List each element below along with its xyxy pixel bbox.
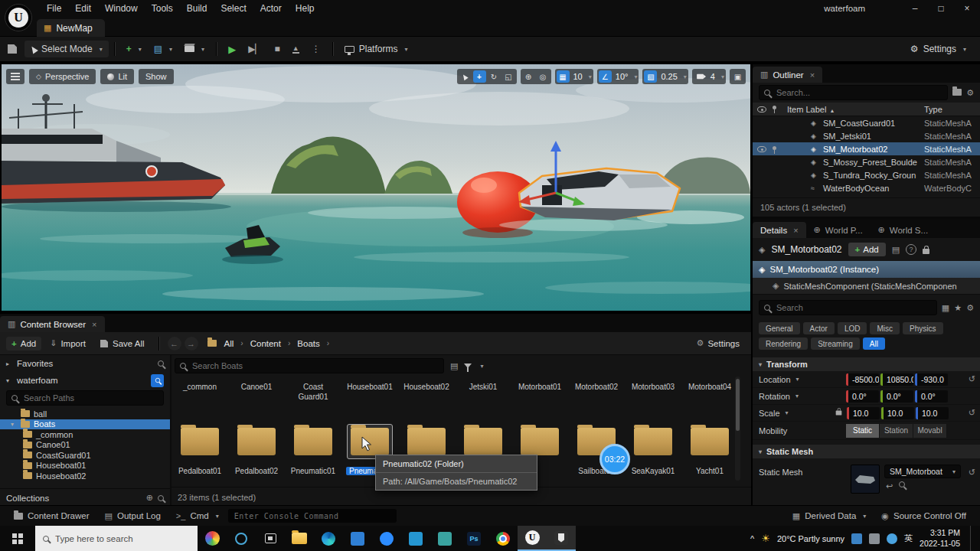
rotate-tool-icon[interactable]: ↻ <box>488 70 501 83</box>
folder-item[interactable]: SeaKayak01 <box>628 424 678 475</box>
location-y-field[interactable]: 10850.0 <box>880 373 913 386</box>
cb-save-all-button[interactable]: Save All <box>94 337 150 350</box>
tree-item-coastguard01[interactable]: CoastGuard01 <box>0 450 170 461</box>
output-log-button[interactable]: ▤ Output Log <box>99 509 167 523</box>
folder-item[interactable]: Houseboat01 <box>345 383 395 402</box>
save-search-icon[interactable]: ▤ <box>450 361 458 371</box>
zoom-icon[interactable] <box>372 526 401 551</box>
show-dropdown[interactable]: Show <box>139 69 174 84</box>
location-z-field[interactable]: -930.0 <box>915 373 948 386</box>
outliner-row[interactable]: ◈ S_Tundra_Rocky_Groun StaticMeshA <box>753 168 980 181</box>
close-icon[interactable]: × <box>793 226 798 235</box>
derived-data-dropdown[interactable]: ▦ Derived Data ▾ <box>786 509 873 523</box>
filter-physics[interactable]: Physics <box>903 322 942 334</box>
section-static-mesh[interactable]: ▾ Static Mesh <box>753 445 980 458</box>
outliner-row[interactable]: ≈ WaterBodyOcean WaterBodyC <box>753 181 980 194</box>
eye-icon[interactable] <box>757 146 766 152</box>
menu-edit[interactable]: Edit <box>68 0 98 17</box>
scale-lock-icon[interactable] <box>836 411 842 416</box>
add-actor-dropdown[interactable]: + ▾ <box>120 41 148 57</box>
outliner-row[interactable]: ◈ SM_Jetski01 StaticMeshA <box>753 129 980 142</box>
close-icon[interactable]: × <box>810 70 815 80</box>
scrollbar-thumb[interactable] <box>736 379 740 431</box>
console-command-input[interactable] <box>228 509 397 523</box>
grid-snap-control[interactable]: ▦ 10 ▾ <box>555 69 593 84</box>
show-desktop-button[interactable] <box>970 526 974 551</box>
select-mode-dropdown[interactable]: Select Mode ▾ <box>24 41 109 57</box>
tree-item-houseboat01[interactable]: Houseboat01 <box>0 461 170 471</box>
tree-item-ball[interactable]: ball <box>0 409 170 419</box>
outliner-search-field[interactable] <box>760 86 947 99</box>
rotation-z-field[interactable]: 0.0° <box>915 390 948 403</box>
folder-item[interactable]: Motorboat01 <box>514 383 565 402</box>
folder-item[interactable]: Motorboat04 <box>684 383 735 402</box>
blueprint-convert-icon[interactable]: ▤ <box>892 245 900 255</box>
source-control-button[interactable]: ◉ Source Control Off <box>875 509 972 523</box>
viewport-options-menu[interactable] <box>6 69 24 84</box>
folder-item[interactable]: Yacht01 <box>684 424 735 475</box>
photoshop-icon[interactable]: Ps <box>459 526 488 551</box>
search-paths-input[interactable] <box>6 390 164 406</box>
scale-space-dropdown[interactable]: Scale▾ <box>759 409 825 418</box>
cb-add-button[interactable]: + Add <box>6 337 41 350</box>
tree-item-canoe01[interactable]: Canoe01 <box>0 440 170 451</box>
scrollbar[interactable] <box>735 377 740 481</box>
back-button[interactable]: ← <box>168 337 181 350</box>
play-button[interactable]: ▶ <box>222 41 242 58</box>
property-matrix-icon[interactable]: ▦ <box>942 303 949 313</box>
reset-to-default-icon[interactable]: ↺ <box>969 408 975 418</box>
weather-label[interactable]: 20°C Partly sunny <box>777 534 844 543</box>
menu-build[interactable]: Build <box>180 0 214 17</box>
location-space-dropdown[interactable]: Location▾ <box>759 375 825 384</box>
tray-icon-2[interactable] <box>869 533 880 544</box>
location-x-field[interactable]: -8500.0 <box>846 373 879 386</box>
folder-item[interactable]: Houseboat02 <box>401 383 452 402</box>
favorites-icon[interactable]: ★ <box>954 303 962 313</box>
rotation-snap-control[interactable]: ∠ 10° ▾ <box>597 69 639 84</box>
tray-expand-caret[interactable]: ^ <box>750 534 754 543</box>
new-folder-icon[interactable] <box>952 88 962 97</box>
menu-actor[interactable]: Actor <box>253 0 289 17</box>
mobility-static-button[interactable]: Static <box>846 424 880 438</box>
perspective-dropdown[interactable]: ◇ Perspective <box>29 69 96 84</box>
filter-all[interactable]: All <box>863 337 885 350</box>
search-paths-field[interactable] <box>7 391 163 405</box>
folder-item[interactable]: _common <box>175 383 225 402</box>
taskbar-clock[interactable]: 3:31 PM 2022-11-05 <box>920 528 960 549</box>
folder-item[interactable]: Pneumatic01 <box>288 424 338 475</box>
filter-actor[interactable]: Actor <box>803 322 835 334</box>
filter-lod[interactable]: LOD <box>838 322 867 334</box>
filter-misc[interactable]: Misc <box>870 322 900 334</box>
weather-sun-icon[interactable]: ☀ <box>761 533 770 544</box>
folder-item[interactable]: Pedalboat02 <box>231 424 282 475</box>
browse-to-asset-icon[interactable] <box>899 481 905 487</box>
close-button[interactable]: × <box>954 0 980 17</box>
blueprints-dropdown[interactable]: ▤ ▾ <box>148 41 178 57</box>
folder-item[interactable]: Coast Guard01 <box>288 383 338 402</box>
forward-button[interactable]: → <box>185 337 198 350</box>
reset-to-default-icon[interactable]: ↺ <box>969 468 975 478</box>
taskbar-search[interactable] <box>35 526 198 551</box>
menu-help[interactable]: Help <box>289 0 322 17</box>
save-icon[interactable] <box>8 44 17 54</box>
rotation-y-field[interactable]: 0.0° <box>880 390 913 403</box>
content-drawer-button[interactable]: Content Drawer <box>8 509 96 523</box>
filter-general[interactable]: General <box>759 322 800 334</box>
minimize-button[interactable]: – <box>902 0 928 17</box>
details-search-field[interactable] <box>760 301 936 315</box>
scale-z-field[interactable]: 10.0 <box>916 407 949 419</box>
level-viewport[interactable]: ◇ Perspective Lit Show + ↻ ◱ ⊕ ◎ <box>2 64 750 311</box>
app-icon-teal[interactable] <box>430 526 459 551</box>
menu-file[interactable]: File <box>40 0 68 17</box>
tab-details[interactable]: Details × <box>753 222 806 238</box>
reset-to-default-icon[interactable]: ↺ <box>969 374 975 384</box>
widgets-icon[interactable] <box>198 526 227 551</box>
component-row[interactable]: ◈ StaticMeshComponent (StaticMeshCompone… <box>753 278 980 295</box>
rotation-space-dropdown[interactable]: Rotation▾ <box>759 392 825 401</box>
epic-games-icon[interactable] <box>547 526 576 551</box>
outliner-column-header[interactable]: Item Label▲ Type <box>753 103 980 116</box>
folder-item[interactable]: Jetski01 <box>458 383 508 402</box>
details-search-input[interactable] <box>759 300 937 315</box>
tree-item-common[interactable]: _common <box>0 429 170 440</box>
folder-item[interactable]: Motorboat02 <box>571 383 622 402</box>
